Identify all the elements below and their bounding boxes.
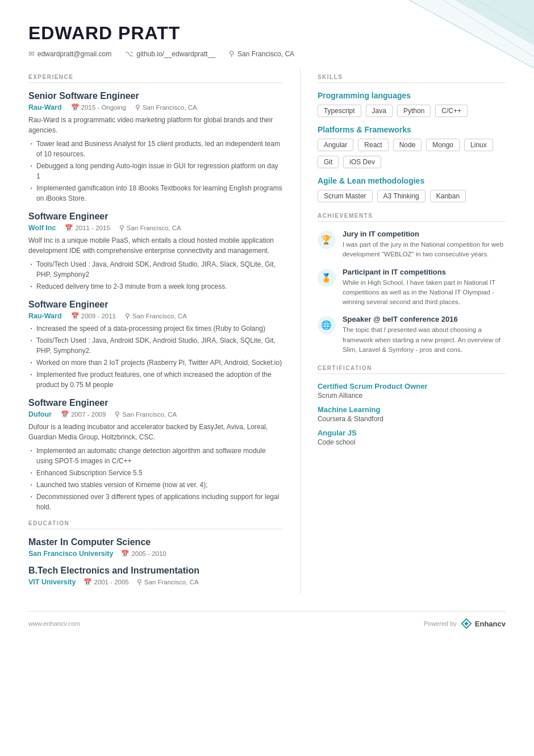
job-bullet: Decommissioned over 3 different types of… <box>28 492 283 512</box>
edu-location: ⚲ San Francisco, CA <box>137 578 199 586</box>
achievement-title: Speaker @ belT conference 2016 <box>343 315 506 323</box>
achievement-content: Participant in IT competitions While in … <box>343 268 506 308</box>
location-pin-icon: ⚲ <box>137 578 142 586</box>
skill-group: Agile & Lean methodologiesScrum MasterA3… <box>318 176 506 202</box>
job-bullet: Implemented gamification into 18 iBooks … <box>28 183 283 203</box>
job-description: Wolf Inc is a unique mobile PaaS, which … <box>28 235 283 256</box>
company-name: Wolf Inc <box>28 224 56 232</box>
cert-title: Machine Learning <box>318 405 506 414</box>
education-block: Master In Computer Science San Francisco… <box>28 537 283 558</box>
achievement-item: 🌐 Speaker @ belT conference 2016 The top… <box>318 315 506 355</box>
skill-tag: Linux <box>464 139 493 151</box>
job-bullet: Increased the speed of a data-processing… <box>28 323 283 334</box>
brand-name: Enhancv <box>475 620 506 628</box>
calendar-icon: 📅 <box>84 578 91 586</box>
skill-tag: iOS Dev <box>343 156 381 168</box>
skill-tags: AngularReactNodeMongoLinuxGitiOS Dev <box>318 139 506 168</box>
left-column: EXPERIENCE Senior Software Engineer Rau-… <box>28 68 283 594</box>
skill-tag: Typescript <box>318 105 361 117</box>
job-bullets: Tower lead and Business Analyst for 15 c… <box>28 139 283 203</box>
calendar-icon: 📅 <box>71 312 79 320</box>
job-meta: Dufour 📅 2007 - 2009 ⚲ San Francisco, CA <box>28 410 283 418</box>
achievement-icon: 🏅 <box>318 269 336 287</box>
skill-tag: React <box>358 139 388 151</box>
edu-degree: B.Tech Electronics and Instrumentation <box>28 566 283 576</box>
column-divider <box>300 68 301 594</box>
skill-group-title: Agile & Lean methodologies <box>318 176 506 185</box>
skill-group-title: Programming languages <box>318 91 506 100</box>
skill-tags: Scrum MasterA3 ThinkingKanban <box>318 190 506 202</box>
achievement-description: The topic that I presented was about cho… <box>343 325 506 355</box>
github-value: github.io/__edwardpratt__ <box>136 50 215 58</box>
skill-group: Programming languagesTypescriptJavaPytho… <box>318 91 506 117</box>
skill-tag: C/C++ <box>435 105 468 117</box>
edu-university: VIT University <box>28 578 76 586</box>
cert-org: Coursera & Standford <box>318 415 506 423</box>
job-block: Software Engineer Rau-Ward 📅 2009 - 2011… <box>28 300 283 390</box>
skill-tag: Mongo <box>426 139 460 151</box>
education-section-label: EDUCATION <box>28 520 283 529</box>
job-location: ⚲ San Francisco, CA <box>135 103 197 111</box>
location-contact: ⚲ San Francisco, CA <box>229 49 294 58</box>
skill-tag: Kanban <box>430 190 466 202</box>
skills-container: Programming languagesTypescriptJavaPytho… <box>318 91 506 202</box>
certification-section-label: CERTIFICATION <box>318 365 506 374</box>
job-date: 📅 2007 - 2009 <box>61 410 106 418</box>
contact-row: ✉ edwardpratt@gmail.com ⌥ github.io/__ed… <box>28 49 506 58</box>
job-bullet: Tools/Tech Used : Java, Android SDK, And… <box>28 259 283 280</box>
resume-header: EDWARD PRATT ✉ edwardpratt@gmail.com ⌥ g… <box>28 23 506 58</box>
job-title: Software Engineer <box>28 211 283 222</box>
edu-university: San Francisco University <box>28 550 113 558</box>
job-meta: Rau-Ward 📅 2009 - 2011 ⚲ San Francisco, … <box>28 312 283 320</box>
skills-section-label: SKILLS <box>318 74 506 83</box>
edu-meta: San Francisco University 📅 2005 - 2010 <box>28 550 283 558</box>
calendar-icon: 📅 <box>61 410 69 418</box>
calendar-icon: 📅 <box>65 224 73 232</box>
certification-container: Certified Scrum Product Owner Scrum Alli… <box>318 382 506 446</box>
company-name: Rau-Ward <box>28 103 62 111</box>
skill-tag: A3 Thinking <box>377 190 425 202</box>
certification-item: Certified Scrum Product Owner Scrum Alli… <box>318 382 506 400</box>
calendar-icon: 📅 <box>121 550 129 558</box>
cert-title: Certified Scrum Product Owner <box>318 382 506 391</box>
job-bullets: Implemented an automatic change detectio… <box>28 446 283 512</box>
edu-degree: Master In Computer Science <box>28 537 283 547</box>
achievement-content: Speaker @ belT conference 2016 The topic… <box>343 315 506 355</box>
achievement-title: Participant in IT competitions <box>343 268 506 276</box>
achievement-item: 🏅 Participant in IT competitions While i… <box>318 268 506 308</box>
achievement-title: Jury in IT competition <box>343 230 506 238</box>
location-pin-icon: ⚲ <box>115 410 120 418</box>
job-block: Software Engineer Dufour 📅 2007 - 2009 ⚲… <box>28 398 283 512</box>
candidate-name: EDWARD PRATT <box>28 23 506 44</box>
skill-tag: Angular <box>318 139 353 151</box>
job-bullets: Tools/Tech Used : Java, Android SDK, And… <box>28 259 283 292</box>
job-bullet: Debugged a long pending Auto-login issue… <box>28 161 283 181</box>
certification-item: Machine Learning Coursera & Standford <box>318 405 506 423</box>
footer-website: www.enhancv.com <box>28 620 80 627</box>
skill-tag: Scrum Master <box>318 190 373 202</box>
job-bullet: Worked on more than 2 IoT projects (Rasb… <box>28 358 283 368</box>
job-meta: Wolf Inc 📅 2011 - 2015 ⚲ San Francisco, … <box>28 224 283 232</box>
location-icon: ⚲ <box>229 49 235 58</box>
github-contact: ⌥ github.io/__edwardpratt__ <box>125 49 215 58</box>
job-description: Dufour is a leading incubator and accele… <box>28 422 283 442</box>
achievements-section-label: ACHIEVEMENTS <box>318 213 506 222</box>
job-bullets: Increased the speed of a data-processing… <box>28 323 283 390</box>
job-bullet: Enhanced Subscription Service 5.5 <box>28 468 283 478</box>
footer: www.enhancv.com Powered by Enhancv <box>28 611 506 630</box>
location-value: San Francisco, CA <box>237 50 294 58</box>
job-bullet: Implemented an automatic change detectio… <box>28 446 283 466</box>
job-bullet: Launched two stables version of Kimeme (… <box>28 480 283 490</box>
edu-date: 📅 2005 - 2010 <box>121 550 166 558</box>
job-title: Software Engineer <box>28 300 283 310</box>
education-block: B.Tech Electronics and Instrumentation V… <box>28 566 283 586</box>
job-bullet: Implemented five product features, one o… <box>28 369 283 390</box>
company-name: Rau-Ward <box>28 312 62 320</box>
edu-date: 📅 2001 - 2005 <box>84 578 128 586</box>
job-location: ⚲ San Francisco, CA <box>119 224 181 232</box>
footer-logo-area: Powered by Enhancv <box>424 617 506 630</box>
enhancv-logo-icon <box>460 617 473 630</box>
location-pin-icon: ⚲ <box>135 103 140 111</box>
job-bullet: Tools/Tech Used : Java, Android SDK, And… <box>28 335 283 356</box>
achievement-description: I was part of the jury in the National c… <box>343 240 506 260</box>
